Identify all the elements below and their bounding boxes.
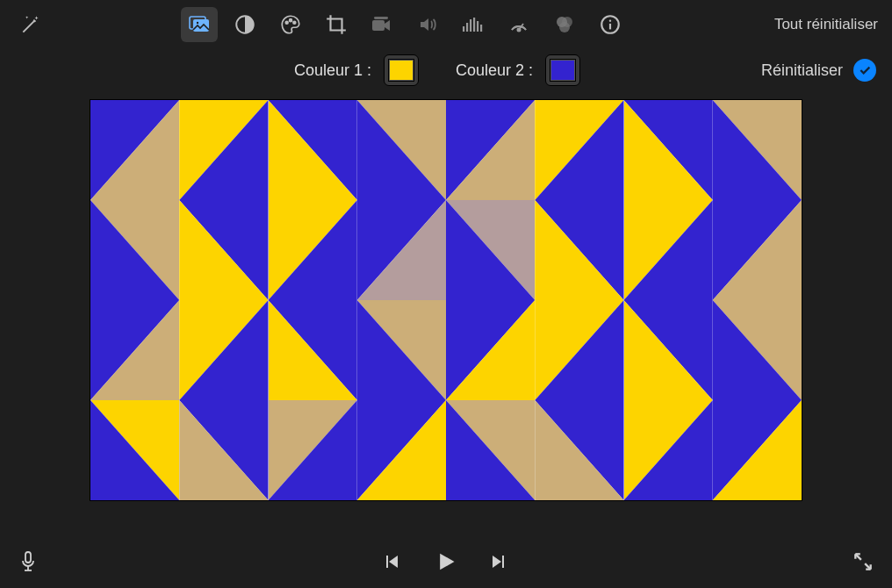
pattern-cell — [90, 400, 179, 500]
svg-point-20 — [609, 19, 611, 21]
pattern-cell — [269, 200, 357, 300]
color1-label: Couleur 1 : — [294, 61, 371, 80]
pattern-cell — [269, 100, 357, 200]
pattern-cell — [624, 300, 713, 400]
pattern-cell — [357, 200, 446, 300]
svg-point-18 — [559, 22, 570, 32]
pattern-cell — [446, 400, 535, 500]
video-filters-button[interactable] — [181, 7, 218, 42]
reset-filter-button[interactable]: Réinitialiser — [761, 61, 843, 80]
pattern-cell — [535, 400, 623, 500]
pattern-cell — [446, 100, 535, 200]
microphone-icon[interactable] — [18, 549, 39, 574]
svg-point-4 — [285, 21, 288, 24]
playback-bar — [0, 535, 892, 588]
color1-swatch[interactable] — [384, 54, 419, 86]
pattern-cell — [446, 200, 535, 300]
pattern-cell — [446, 300, 535, 400]
palette-button[interactable] — [272, 7, 309, 42]
svg-rect-7 — [372, 20, 385, 31]
pattern-cell — [713, 300, 802, 400]
svg-rect-12 — [473, 18, 475, 32]
volume-button[interactable] — [409, 7, 446, 42]
reset-all-button[interactable]: Tout réinitialiser — [774, 16, 880, 33]
skip-next-button[interactable] — [489, 551, 510, 572]
pattern-cell — [90, 100, 179, 200]
svg-rect-0 — [193, 19, 209, 32]
pattern-cell — [535, 200, 623, 300]
svg-rect-21 — [25, 552, 31, 563]
info-button[interactable] — [592, 7, 629, 42]
color-contrast-button[interactable] — [227, 7, 263, 42]
expand-icon[interactable] — [852, 550, 874, 573]
speed-button[interactable] — [500, 7, 537, 42]
svg-rect-10 — [466, 23, 468, 32]
pattern-cell — [535, 100, 623, 200]
svg-rect-14 — [480, 25, 482, 32]
pattern-cell — [179, 300, 268, 400]
pattern-cell — [713, 100, 802, 200]
pattern-cell — [179, 200, 268, 300]
pattern-cell — [624, 200, 713, 300]
play-button[interactable] — [433, 549, 457, 574]
skip-previous-button[interactable] — [380, 551, 401, 572]
noise-reduction-button[interactable] — [455, 7, 492, 42]
pattern-cell — [713, 200, 802, 300]
filter-applied-checkmark-icon[interactable] — [853, 59, 876, 82]
pattern-cell — [90, 300, 179, 400]
svg-rect-8 — [374, 17, 388, 19]
pattern-cell — [624, 100, 713, 200]
svg-point-2 — [196, 21, 199, 25]
pattern-cell — [269, 300, 357, 400]
color2-swatch[interactable] — [545, 54, 580, 86]
pattern-cell — [269, 400, 357, 500]
pattern-cell — [357, 100, 446, 200]
svg-point-6 — [293, 21, 296, 24]
svg-rect-13 — [477, 21, 478, 32]
svg-rect-11 — [470, 19, 471, 32]
svg-rect-9 — [463, 26, 464, 32]
pattern-cell — [357, 400, 446, 500]
stabilization-button[interactable] — [363, 7, 400, 42]
pattern-cell — [179, 100, 268, 200]
adjustments-toolbar: Tout réinitialiser — [0, 0, 892, 49]
pattern-cell — [535, 300, 623, 400]
color2-label: Couleur 2 : — [456, 61, 533, 80]
wand-icon[interactable] — [12, 7, 49, 42]
pattern-cell — [357, 300, 446, 400]
pattern-cell — [624, 400, 713, 500]
svg-point-5 — [290, 19, 292, 22]
pattern-cell — [90, 200, 179, 300]
video-preview[interactable] — [90, 100, 802, 500]
color-balance-button[interactable] — [546, 7, 583, 42]
filter-controls-row: Couleur 1 : Couleur 2 : Réinitialiser — [0, 49, 892, 91]
pattern-cell — [179, 400, 268, 500]
pattern-cell — [713, 400, 802, 500]
crop-button[interactable] — [318, 7, 355, 42]
